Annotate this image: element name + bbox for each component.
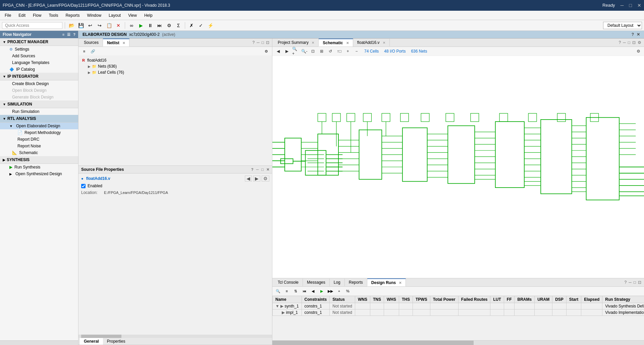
elab-close-icon[interactable]: ✕ [637,32,640,37]
enabled-checkbox[interactable] [81,184,86,188]
run-play-button[interactable]: ▶ [318,288,325,294]
back-button[interactable]: ◀ [274,48,282,55]
settings-icon[interactable]: ⚙ [263,48,270,55]
cancel-button[interactable]: ✗ [187,21,196,29]
first-button[interactable]: ⏮ [301,288,308,294]
prev-button[interactable]: ◀ [309,288,317,294]
nav-section-header-project-manager[interactable]: ▼ PROJECT MANAGER [0,38,78,46]
step2-button[interactable]: ⏭ [156,21,164,29]
menu-tools[interactable]: Tools [45,12,61,18]
table-row[interactable]: ▶ impl_1 constrs_1 Not started [273,309,644,316]
next-file-button[interactable]: ▶ [253,176,260,182]
tab-properties[interactable]: Properties [103,338,129,345]
step-button[interactable]: ⏸ [146,21,154,29]
forward-button[interactable]: ▶ [283,48,290,55]
bottom-expand-icon[interactable]: ⊡ [638,280,641,285]
bottom-horizontal-scrollbar[interactable] [272,340,644,345]
menu-flow[interactable]: Flow [30,12,45,18]
elab-help-icon[interactable]: ? [632,32,634,37]
tab-floatadd16[interactable]: floatAdd16.v ✕ [353,39,390,46]
panel-minimize-icon[interactable]: ─ [257,40,260,45]
tab-project-summary[interactable]: Project Summary ✕ [274,39,319,46]
plus-button[interactable]: + [344,48,352,55]
sidebar-item-report-methodology[interactable]: 📄 Report Methodology [0,129,78,136]
sidebar-item-language-templates[interactable]: Language Templates [0,59,78,66]
file-settings-button[interactable]: ⚙ [262,176,269,182]
tab-sources[interactable]: Sources [80,39,103,46]
nets-stat[interactable]: 636 Nets [411,49,427,54]
bottom-maximize-icon[interactable]: □ [634,280,636,285]
percent-button[interactable]: % [344,288,352,294]
sidebar-item-settings[interactable]: ⚙ Settings [0,46,78,53]
link-button[interactable]: 🔗 [89,48,97,55]
schematic-settings-icon[interactable]: ⚙ [635,48,642,55]
refresh-button[interactable]: ↺ [327,48,334,55]
menu-file[interactable]: File [1,12,14,18]
menu-help[interactable]: Help [141,12,156,18]
sidebar-item-schematic[interactable]: 📐 Schematic [0,149,78,156]
sidebar-item-ip-catalog[interactable]: 🔷 IP Catalog [0,66,78,73]
prev-file-button[interactable]: ◀ [245,176,252,182]
nav-section-header-ip-integrator[interactable]: ▼ IP INTEGRATOR [0,73,78,80]
search-button[interactable]: 🔍 [274,288,282,294]
tab-log[interactable]: Log [330,279,345,286]
sidebar-item-create-block-design[interactable]: Create Block Design [0,80,78,87]
loop-button[interactable]: ∞ [127,21,136,29]
tree-root-item[interactable]: R floatAdd16 [80,57,271,63]
next-button[interactable]: ▶▶ [327,288,334,294]
tab-design-runs[interactable]: Design Runs ✕ [367,278,406,286]
tab-project-summary-close[interactable]: ✕ [312,41,314,45]
right-settings-icon[interactable]: ⚙ [638,40,641,45]
run-button[interactable]: ▶ [137,21,145,29]
props-close-icon[interactable]: ✕ [266,167,269,172]
expand-up-button[interactable]: ↑□ [335,48,343,55]
sidebar-item-open-synthesized-design[interactable]: ▶ Open Synthesized Design [0,170,78,177]
check-button[interactable]: ✓ [197,21,205,29]
menu-view[interactable]: View [125,12,140,18]
minus-button[interactable]: − [353,48,360,55]
sidebar-item-add-sources[interactable]: Add Sources [0,53,78,59]
copy-button[interactable]: 📋 [105,21,113,29]
zoom-out-button[interactable]: 🔍- [301,48,308,55]
schematic-canvas[interactable] [272,56,644,278]
tab-reports[interactable]: Reports [345,279,367,286]
sigma-button[interactable]: Σ [174,21,182,29]
tab-netlist[interactable]: Netlist ✕ [103,39,129,47]
close-button[interactable]: ✕ [637,3,641,8]
fit-horizontal-button[interactable]: ⊡ [309,48,317,55]
nav-section-header-rtl-analysis[interactable]: ▼ RTL ANALYSIS [0,115,78,123]
sidebar-item-report-noise[interactable]: Report Noise [0,143,78,149]
tab-tcl-console[interactable]: Tcl Console [274,279,303,286]
filter-runs-button[interactable]: ≡ [283,288,290,294]
right-expand-icon[interactable]: ⊡ [632,40,636,45]
quick-access-input[interactable] [2,22,62,29]
delete-button[interactable]: ✕ [114,21,122,29]
flash-button[interactable]: ⚡ [206,21,214,29]
tree-leafcells-item[interactable]: ▶ 📁 Leaf Cells (76) [80,69,271,75]
restore-button[interactable]: □ [629,3,632,8]
redo-button[interactable]: ↪ [96,21,104,29]
tab-netlist-close[interactable]: ✕ [122,41,125,45]
props-help-icon[interactable]: ? [251,167,254,172]
expand-synth-icon[interactable]: ▼ [275,304,279,308]
io-ports-stat[interactable]: 48 I/O Ports [384,49,406,54]
bottom-minimize-icon[interactable]: ─ [629,280,632,285]
sidebar-item-open-elaborated-design[interactable]: ▼ Open Elaborated Design [0,123,78,129]
cells-stat[interactable]: 74 Cells [364,49,379,54]
panel-help-icon[interactable]: ? [253,40,255,45]
menu-layout[interactable]: Layout [105,12,124,18]
horizontal-scrollbar[interactable] [78,335,272,338]
settings-button[interactable]: ⚙ [165,21,173,29]
panel-expand-icon[interactable]: ⊡ [266,40,269,45]
tree-nets-item[interactable]: ▶ 📁 Nets (636) [80,63,271,69]
flow-nav-ctrl-2[interactable]: ☰ [67,32,70,37]
tab-schematic[interactable]: Schematic ✕ [319,39,353,47]
props-minimize-icon[interactable]: ─ [256,167,259,172]
nav-section-header-simulation[interactable]: ▼ SIMULATION [0,100,78,108]
add-run-button[interactable]: + [335,288,343,294]
zoom-in-button[interactable]: 🔍+ [292,48,299,55]
panel-maximize-icon[interactable]: □ [262,40,264,45]
bottom-help-icon[interactable]: ? [625,280,627,285]
sidebar-item-run-simulation[interactable]: Run Simulation [0,108,78,115]
sidebar-item-report-drc[interactable]: Report DRC [0,136,78,143]
